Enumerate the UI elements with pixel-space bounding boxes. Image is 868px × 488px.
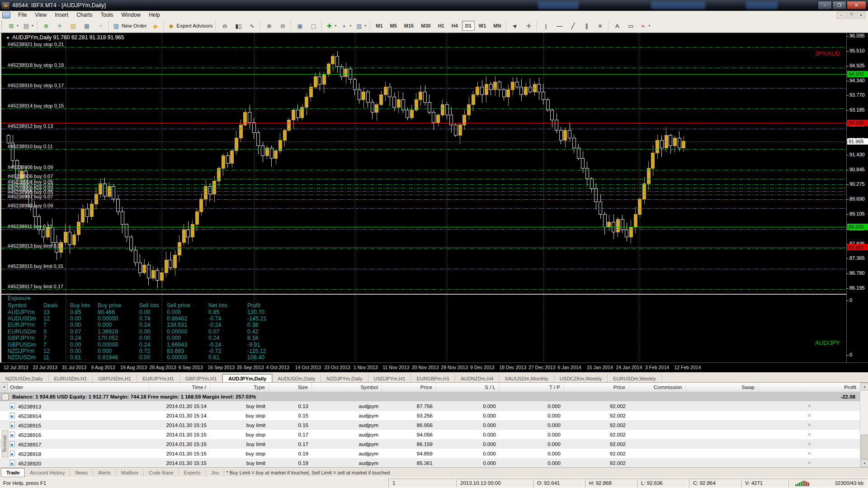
menu-insert[interactable]: Insert <box>51 11 72 19</box>
order-line-label[interactable]: #45238908 buy 0.09 <box>8 164 53 170</box>
chart-tab-xauusdm-monthly[interactable]: XAUUSDm,Monthly <box>499 375 554 383</box>
child-close-icon[interactable]: ✕ <box>857 12 865 19</box>
date-axis[interactable]: 12 Jul 201322 Jul 201331 Jul 20139 Aug 2… <box>0 362 868 373</box>
bar-chart-button[interactable]: ılı <box>218 20 231 31</box>
order-line-label[interactable]: #45238914 buy stop 0.15 <box>8 103 64 108</box>
order-line-label[interactable]: #45238907 buy 0.07 <box>8 194 53 199</box>
terminal-tab-trade[interactable]: Trade <box>1 468 25 477</box>
text-button[interactable]: A <box>611 20 623 31</box>
order-line-label[interactable]: #45238921 buy stop 0.21 <box>8 42 64 47</box>
order-line-label[interactable]: #45238913 buy limit 0.13 <box>8 243 63 249</box>
terminal-col-header[interactable]: Symbol <box>312 383 382 392</box>
order-line-label[interactable]: #45238916 buy stop 0.17 <box>8 83 64 88</box>
tile-windows-button[interactable]: ▣ <box>293 20 306 31</box>
new-order-button[interactable]: ▥New Order <box>111 20 148 31</box>
chart-tab-gbpusdm-h1[interactable]: GBPUSDm,H1 <box>93 375 137 383</box>
menu-tools[interactable]: Tools <box>97 11 118 19</box>
zoom-in-button[interactable]: ⊕ <box>263 20 275 31</box>
navigator-button[interactable]: ▨ <box>67 20 80 31</box>
chart-tab-usdczkm-weekly[interactable]: USDCZKm,Weekly <box>554 375 608 383</box>
terminal-tab-news[interactable]: News <box>70 469 93 477</box>
vertical-line-button[interactable]: | <box>539 20 552 31</box>
order-line-label[interactable]: #45238911 buy 0.11 <box>8 224 52 229</box>
terminal-tab-mailbox[interactable]: Mailbox <box>116 469 144 477</box>
menu-view[interactable]: View <box>31 11 51 19</box>
order-row[interactable]: 452389142014.01.30 15:14buy stop0.15audj… <box>0 411 868 420</box>
arrow-tools-button[interactable]: ➢▼ <box>638 20 652 31</box>
line-chart-button[interactable]: ∿ <box>245 20 258 31</box>
order-line-label[interactable]: #45238915 buy limit 0.15 <box>8 263 63 269</box>
terminal-tab-account-history[interactable]: Account History <box>25 469 70 477</box>
menu-window[interactable]: Window <box>118 11 145 19</box>
chart-tab-audjpym-daily[interactable]: AUDJPYm,Daily <box>222 374 272 383</box>
chart-tab-gbpjpym-h1[interactable]: GBPJPYm,H1 <box>180 375 223 383</box>
timeframe-m15[interactable]: M15 <box>401 21 417 31</box>
order-row[interactable]: 452389152014.01.30 15:15buy limit0.15aud… <box>0 420 868 430</box>
timeframe-h4[interactable]: H4 <box>448 21 461 31</box>
child-restore-icon[interactable]: ❐ <box>847 12 855 19</box>
delete-order-icon[interactable]: ✕ <box>759 413 860 418</box>
chart-tab-eurjpym-h1[interactable]: EURJPYm,H1 <box>137 375 180 383</box>
terminal-tab-code-base[interactable]: Code Base <box>144 469 179 477</box>
order-line-label[interactable]: #45238917 buy limit 0.17 <box>8 284 63 289</box>
chart-tab-nzdusdm-daily[interactable]: NZDUSDm,Daily <box>0 375 49 383</box>
terminal-scrollbar[interactable]: ▲ ▼ <box>860 383 868 467</box>
minimize-button[interactable]: ─ <box>818 1 832 9</box>
terminal-tab-alerts[interactable]: Alerts <box>93 469 116 477</box>
terminal-col-header[interactable]: Price <box>564 383 629 392</box>
timeframe-m30[interactable]: M30 <box>418 21 434 31</box>
horizontal-line-button[interactable]: — <box>553 20 566 31</box>
templates-button[interactable]: ▧▼ <box>354 20 368 31</box>
child-minimize-icon[interactable]: ─ <box>837 12 845 19</box>
order-line-label[interactable]: #45238906 buy 0.07 <box>8 174 53 179</box>
autotrading-warning-button[interactable]: ◆! <box>149 20 162 31</box>
delete-order-icon[interactable]: ✕ <box>759 404 860 408</box>
terminal-side-tab[interactable]: Terminal <box>1 431 8 458</box>
menu-help[interactable]: Help <box>145 11 164 19</box>
order-row[interactable]: 452389182014.01.30 15:15buy stop0.19audj… <box>0 449 868 458</box>
terminal-tab-jou[interactable]: Jou <box>206 469 225 477</box>
chart-area[interactable]: ▼AUDJPYm,Daily 91.760 92.281 91.318 91.9… <box>0 33 868 362</box>
scroll-thumb[interactable] <box>861 435 868 459</box>
chart-tab-eurusdm-h1[interactable]: EURUSDm,H1 <box>49 375 93 383</box>
strategy-tester-button[interactable]: ◔ <box>94 20 107 31</box>
timeframe-d1[interactable]: D1 <box>462 21 475 31</box>
crosshair-button[interactable]: ✛ <box>522 20 535 31</box>
timeframe-h1[interactable]: H1 <box>435 21 448 31</box>
scroll-down-icon[interactable]: ▼ <box>861 460 868 467</box>
terminal-col-header[interactable]: Swap <box>686 383 759 392</box>
order-line-label[interactable]: #45238918 buy stop 0.19 <box>8 62 64 68</box>
chart-tab-usdjpym-h1[interactable]: USDJPYm,H1 <box>368 375 411 383</box>
cursor-button[interactable]: ➤ <box>509 20 521 31</box>
terminal-col-header[interactable]: S / L <box>436 383 500 392</box>
indicators-button[interactable]: ✚▼ <box>324 20 338 31</box>
trendline-button[interactable]: ╱ <box>566 20 579 31</box>
delete-order-icon[interactable]: ✕ <box>759 441 860 446</box>
chart-tab-eurusdm-weekly[interactable]: EURUSDm,Weekly <box>608 375 662 383</box>
timeframe-w1[interactable]: W1 <box>476 21 490 31</box>
delete-order-icon[interactable]: ✕ <box>759 432 860 437</box>
terminal-col-header[interactable]: Time / <box>149 383 210 392</box>
timeframe-mn[interactable]: MN <box>490 21 504 31</box>
terminal-col-header[interactable]: Order <box>0 383 149 392</box>
close-button[interactable]: ✕ <box>847 1 866 9</box>
delete-order-icon[interactable]: ✕ <box>759 460 860 465</box>
terminal-col-header[interactable]: Commission <box>629 383 686 392</box>
terminal-col-header[interactable]: T / P <box>500 383 564 392</box>
delete-order-icon[interactable]: ✕ <box>759 451 860 456</box>
terminal-col-header[interactable]: Size <box>269 383 312 392</box>
order-line-label[interactable]: #45238912 buy 0.13 <box>8 123 53 129</box>
terminal-header-row[interactable]: OrderTime /TypeSizeSymbolPriceS / LT / P… <box>0 383 868 392</box>
menu-charts[interactable]: Charts <box>72 11 96 19</box>
zoom-out-button[interactable]: ⊖ <box>276 20 289 31</box>
terminal-panel-button[interactable]: ▦ <box>80 20 93 31</box>
data-window-button[interactable]: ✛ <box>53 20 66 31</box>
order-line-label[interactable]: #45238909 buy 0.09 <box>8 203 53 208</box>
order-row[interactable]: 452389132014.01.30 15:14buy limit0.13aud… <box>0 401 868 411</box>
order-row[interactable]: 452389172014.01.30 15:15buy limit0.17aud… <box>0 439 868 449</box>
timeframe-m5[interactable]: M5 <box>387 21 400 31</box>
chart-tab-audusdm-daily[interactable]: AUDUSDm,Daily <box>272 375 321 383</box>
expert-advisors-button[interactable]: ☻Expert Advisors <box>166 20 214 31</box>
order-line-label[interactable]: #45238910 buy 0.11 <box>8 144 53 149</box>
candlestick-chart-button[interactable]: ▮▯ <box>232 20 245 31</box>
